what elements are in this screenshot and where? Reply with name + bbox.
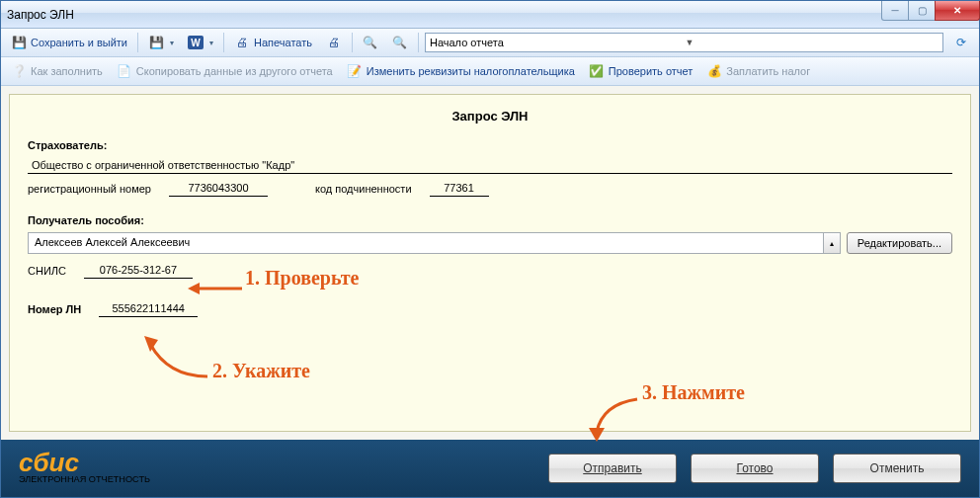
copy-other-label: Скопировать данные из другого отчета (136, 65, 333, 77)
zoom-out-button[interactable]: 🔍 (386, 31, 414, 54)
annotation-arrow-1 (188, 279, 247, 298)
minimize-button[interactable]: ─ (881, 1, 909, 21)
zoom-out-icon: 🔍 (392, 35, 408, 50)
money-icon: 💰 (706, 63, 722, 79)
annotation-arrow-2 (138, 332, 217, 381)
recipient-value: Алексеев Алексей Алексеевич (29, 233, 823, 253)
check-report-label: Проверить отчет (609, 65, 694, 77)
how-fill-button: ❔ Как заполнить (5, 59, 109, 83)
word-icon: W (188, 36, 204, 49)
annotation-2: 2. Укажите (212, 360, 310, 382)
print-preview-button[interactable]: 🖨 (320, 31, 348, 54)
recipient-input[interactable]: Алексеев Алексей Алексеевич ▴ (28, 232, 841, 254)
recipient-label: Получатель пособия: (28, 214, 952, 226)
form-panel: Запрос ЭЛН Страхователь: Общество с огра… (9, 94, 971, 432)
reg-value[interactable]: 7736043300 (169, 180, 268, 197)
zoom-in-icon: 🔍 (363, 35, 378, 50)
done-button[interactable]: Готово (691, 454, 819, 483)
change-req-button[interactable]: 📝 Изменить реквизиты налогоплательщика (341, 59, 581, 83)
copy-other-button: 📄 Скопировать данные из другого отчета (111, 59, 339, 83)
body-area: Запрос ЭЛН Страхователь: Общество с огра… (1, 86, 979, 440)
send-button[interactable]: Отправить (548, 454, 677, 483)
section-combo[interactable]: Начало отчета ▼ (425, 33, 943, 52)
word-button[interactable]: W▾ (182, 32, 219, 53)
pay-tax-label: Заплатить налог (726, 65, 810, 77)
print-search-icon: 🖨 (326, 35, 342, 50)
help-icon: ❔ (11, 63, 27, 79)
edit-doc-icon: 📝 (347, 63, 363, 79)
zoom-in-button[interactable]: 🔍 (357, 31, 384, 54)
check-report-button[interactable]: ✅ Проверить отчет (583, 59, 699, 83)
change-req-label: Изменить реквизиты налогоплательщика (367, 65, 575, 77)
save-icon: 💾 (11, 35, 27, 50)
cancel-button[interactable]: Отменить (833, 454, 961, 483)
window-title: Запрос ЭЛН (7, 8, 882, 22)
titlebar: Запрос ЭЛН ─ ▢ ✕ (1, 1, 979, 29)
print-button[interactable]: 🖨 Напечатать (228, 31, 318, 54)
ln-value[interactable]: 555622111444 (99, 300, 198, 317)
save-button[interactable]: 💾▾ (142, 31, 180, 54)
reg-label: регистрационный номер (28, 183, 151, 195)
how-fill-label: Как заполнить (31, 65, 103, 77)
refresh-button[interactable]: ⟳ (947, 31, 975, 54)
printer-icon: 🖨 (234, 35, 250, 50)
snils-value[interactable]: 076-255-312-67 (84, 262, 193, 279)
svg-marker-1 (188, 283, 200, 294)
floppy-icon: 💾 (148, 35, 164, 50)
insurer-label: Страхователь: (28, 139, 952, 151)
check-icon: ✅ (589, 63, 605, 79)
logo-subtitle: ЭЛЕКТРОННАЯ ОТЧЕТНОСТЬ (19, 474, 150, 484)
svg-marker-2 (144, 336, 158, 352)
close-button[interactable]: ✕ (935, 1, 980, 21)
footer-bar: сбис ЭЛЕКТРОННАЯ ОТЧЕТНОСТЬ Отправить Го… (1, 440, 979, 497)
toolbar-secondary: ❔ Как заполнить 📄 Скопировать данные из … (1, 57, 979, 86)
edit-recipient-button[interactable]: Редактировать... (847, 232, 952, 254)
maximize-button[interactable]: ▢ (908, 1, 936, 21)
sub-value[interactable]: 77361 (430, 180, 489, 197)
refresh-icon: ⟳ (953, 35, 969, 50)
form-title: Запрос ЭЛН (28, 109, 952, 124)
annotation-arrow-3 (583, 394, 642, 442)
chevron-down-icon: ▼ (682, 38, 940, 47)
print-label: Напечатать (254, 37, 312, 48)
pay-tax-button: 💰 Заплатить налог (700, 59, 816, 83)
logo: сбис ЭЛЕКТРОННАЯ ОТЧЕТНОСТЬ (19, 453, 150, 485)
sub-label: код подчиненности (315, 183, 412, 195)
window-controls: ─ ▢ ✕ (882, 1, 980, 21)
section-combo-label: Начало отчета (430, 37, 683, 48)
ln-label: Номер ЛН (28, 303, 81, 315)
copy-icon: 📄 (117, 63, 132, 79)
app-window: Запрос ЭЛН ─ ▢ ✕ 💾 Сохранить и выйти 💾▾ … (0, 0, 980, 498)
org-name: Общество с ограниченной ответственностью… (28, 157, 952, 174)
snils-label: СНИЛС (28, 265, 66, 277)
toolbar-primary: 💾 Сохранить и выйти 💾▾ W▾ 🖨 Напечатать 🖨… (1, 29, 979, 57)
recipient-dropdown-button[interactable]: ▴ (823, 233, 840, 253)
annotation-3: 3. Нажмите (642, 381, 745, 404)
save-exit-button[interactable]: 💾 Сохранить и выйти (5, 31, 133, 54)
save-exit-label: Сохранить и выйти (31, 37, 127, 48)
